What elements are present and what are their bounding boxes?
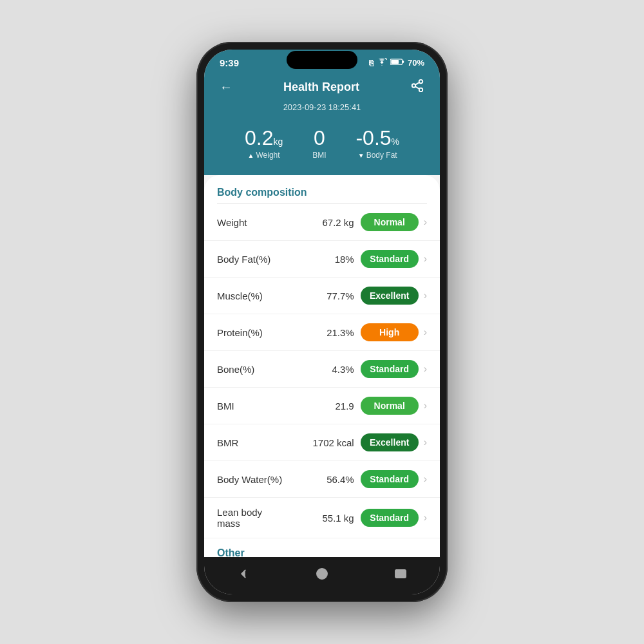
row-value-bmr: 1702 kcal — [312, 437, 354, 448]
svg-line-7 — [415, 86, 419, 89]
home-nav-button[interactable] — [308, 565, 336, 583]
metric-weight: 0.2kg ▲ Weight — [245, 128, 283, 160]
chevron-right-icon: › — [424, 290, 427, 301]
share-button[interactable] — [410, 79, 424, 96]
recents-nav-button[interactable] — [387, 565, 414, 583]
badge-weight: Normal — [361, 213, 419, 231]
app-header: ← Health Report 2023-09-23 18:25:41 0.2k… — [204, 72, 440, 175]
chevron-right-icon: › — [424, 253, 427, 265]
status-time: 9:39 — [220, 57, 239, 68]
other-section-title: Other — [204, 538, 440, 557]
svg-point-9 — [317, 569, 328, 580]
table-row[interactable]: Bone(%) 4.3% Standard › — [204, 351, 440, 388]
body-composition-title: Body composition — [204, 187, 440, 204]
table-row[interactable]: Weight 67.2 kg Normal › — [204, 204, 440, 241]
metric-bmi-value: 0 — [312, 128, 326, 148]
back-nav-button[interactable] — [230, 565, 257, 583]
metric-bodyfat-label: ▼ Body Fat — [355, 151, 399, 160]
badge-leanbody: Standard — [361, 509, 419, 527]
row-value-bmi: 21.9 — [312, 401, 354, 412]
metric-bmi-label: BMI — [312, 151, 326, 160]
chevron-right-icon: › — [424, 363, 427, 375]
badge-protein: High — [361, 323, 419, 341]
badge-bodywater: Standard — [361, 470, 419, 488]
table-row[interactable]: Muscle(%) 77.7% Excellent › — [204, 278, 440, 314]
row-value-protein: 21.3% — [312, 327, 354, 338]
table-row[interactable]: Lean bodymass 55.1 kg Standard › — [204, 498, 440, 538]
row-value-bone: 4.3% — [312, 364, 354, 375]
wifi-icon — [377, 58, 387, 68]
row-value-leanbody: 55.1 kg — [312, 513, 354, 524]
chevron-right-icon: › — [424, 473, 427, 485]
svg-rect-3 — [402, 61, 404, 62]
bottom-nav — [204, 557, 440, 594]
svg-rect-2 — [391, 60, 399, 64]
arrow-down-icon: ▼ — [358, 152, 365, 159]
phone-screen: 9:39 ⎘ — [204, 50, 440, 594]
row-value-muscle: 77.7% — [312, 290, 354, 301]
phone-frame: 9:39 ⎘ — [196, 42, 448, 602]
row-label-bodyfat: Body Fat(%) — [217, 254, 312, 265]
battery-icon — [390, 58, 404, 68]
svg-line-8 — [415, 82, 419, 85]
badge-bone: Standard — [361, 360, 419, 378]
metrics-row: 0.2kg ▲ Weight 0 BMI -0.5% ▼ Body Fat — [217, 121, 427, 175]
table-row[interactable]: Body Fat(%) 18% Standard › — [204, 241, 440, 278]
row-label-bone: Bone(%) — [217, 364, 312, 375]
row-label-weight: Weight — [217, 217, 312, 228]
badge-bmr: Excellent — [361, 433, 419, 451]
table-row[interactable]: Body Water(%) 56.4% Standard › — [204, 461, 440, 498]
content-area[interactable]: Body composition Weight 67.2 kg Normal ›… — [204, 175, 440, 557]
row-label-protein: Protein(%) — [217, 327, 312, 338]
header-datetime: 2023-09-23 18:25:41 — [217, 102, 427, 121]
page-title: Health Report — [283, 80, 359, 94]
svg-rect-10 — [395, 570, 406, 578]
metric-bodyfat: -0.5% ▼ Body Fat — [355, 128, 399, 160]
chevron-right-icon: › — [424, 216, 427, 228]
status-icons: ⎘ 70% — [369, 58, 424, 68]
battery-percent: 70% — [408, 58, 424, 68]
row-label-leanbody: Lean bodymass — [217, 507, 312, 529]
row-label-muscle: Muscle(%) — [217, 290, 312, 301]
header-nav: ← Health Report — [217, 79, 427, 102]
row-value-bodyfat: 18% — [312, 254, 354, 265]
chevron-right-icon: › — [424, 437, 427, 448]
metric-bmi: 0 BMI — [312, 128, 326, 160]
svg-line-0 — [385, 58, 387, 60]
chevron-right-icon: › — [424, 400, 427, 412]
chevron-right-icon: › — [424, 512, 427, 524]
chevron-right-icon: › — [424, 327, 427, 338]
table-row[interactable]: BMR 1702 kcal Excellent › — [204, 424, 440, 461]
metric-bodyfat-value: -0.5% — [355, 128, 399, 148]
metric-weight-label: ▲ Weight — [245, 151, 283, 160]
table-row[interactable]: BMI 21.9 Normal › — [204, 388, 440, 424]
badge-bodyfat: Standard — [361, 250, 419, 268]
arrow-up-icon: ▲ — [248, 152, 254, 159]
back-button[interactable]: ← — [220, 80, 232, 95]
metric-weight-value: 0.2kg — [245, 128, 283, 148]
row-label-bmr: BMR — [217, 437, 312, 448]
dynamic-island — [287, 51, 357, 69]
vibrate-icon: ⎘ — [369, 59, 374, 68]
table-row[interactable]: Protein(%) 21.3% High › — [204, 314, 440, 351]
badge-muscle: Excellent — [361, 287, 419, 305]
row-label-bmi: BMI — [217, 401, 312, 412]
row-value-weight: 67.2 kg — [312, 217, 354, 228]
badge-bmi: Normal — [361, 397, 419, 415]
row-value-bodywater: 56.4% — [312, 474, 354, 485]
row-label-bodywater: Body Water(%) — [217, 474, 312, 485]
